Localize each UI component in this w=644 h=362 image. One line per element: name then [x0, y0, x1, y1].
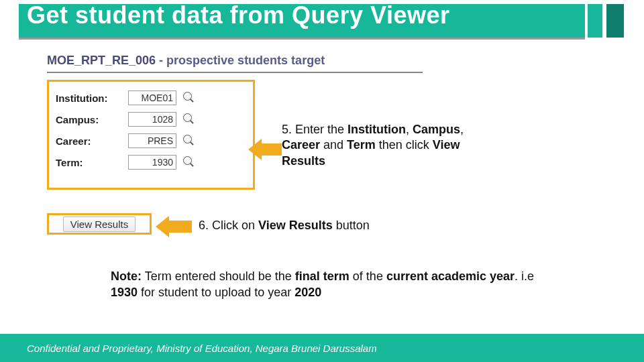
query-code: MOE_RPT_RE_006: [47, 54, 156, 67]
row-career: Career:: [56, 130, 246, 152]
footer-bar: Confidential and Proprietary, Ministry o…: [0, 334, 644, 362]
slide-title-bar: Get student data from Query Viewer: [0, 0, 644, 42]
footer-text: Confidential and Proprietary, Ministry o…: [27, 343, 377, 354]
lookup-icon[interactable]: [183, 135, 195, 147]
input-career[interactable]: [128, 133, 176, 148]
divider: [47, 72, 423, 73]
input-term[interactable]: [128, 155, 176, 170]
label-career: Career:: [56, 135, 128, 147]
page-title: Get student data from Query Viewer: [27, 1, 450, 29]
label-institution: Institution:: [56, 93, 128, 104]
label-campus: Campus:: [56, 114, 128, 125]
lookup-icon[interactable]: [183, 92, 195, 104]
lookup-icon[interactable]: [183, 156, 195, 168]
instruction-step-6: 6. Click on View Results button: [199, 219, 370, 233]
view-results-button[interactable]: View Results: [63, 217, 136, 232]
accent-bar-dark: [606, 4, 624, 38]
arrow-left-icon: [156, 216, 192, 237]
instruction-step-5: 5. Enter the Institution, Campus, Career…: [282, 122, 483, 169]
row-campus: Campus:: [56, 109, 246, 130]
label-term: Term:: [56, 157, 128, 168]
row-institution: Institution:: [56, 87, 246, 109]
parameter-form: Institution: Campus: Career: Term:: [47, 80, 255, 190]
note-text: Note: Term entered should be the final t…: [111, 268, 560, 301]
row-term: Term:: [56, 152, 246, 173]
view-results-highlight: View Results: [47, 213, 152, 235]
title-underline: [19, 38, 585, 40]
lookup-icon[interactable]: [183, 113, 195, 125]
query-title: MOE_RPT_RE_006 - prospective students ta…: [47, 54, 423, 68]
arrow-left-icon: [248, 139, 282, 160]
input-institution[interactable]: [128, 90, 176, 105]
input-campus[interactable]: [128, 112, 176, 127]
query-desc: - prospective students target: [156, 54, 325, 67]
accent-bar-light: [588, 4, 602, 38]
